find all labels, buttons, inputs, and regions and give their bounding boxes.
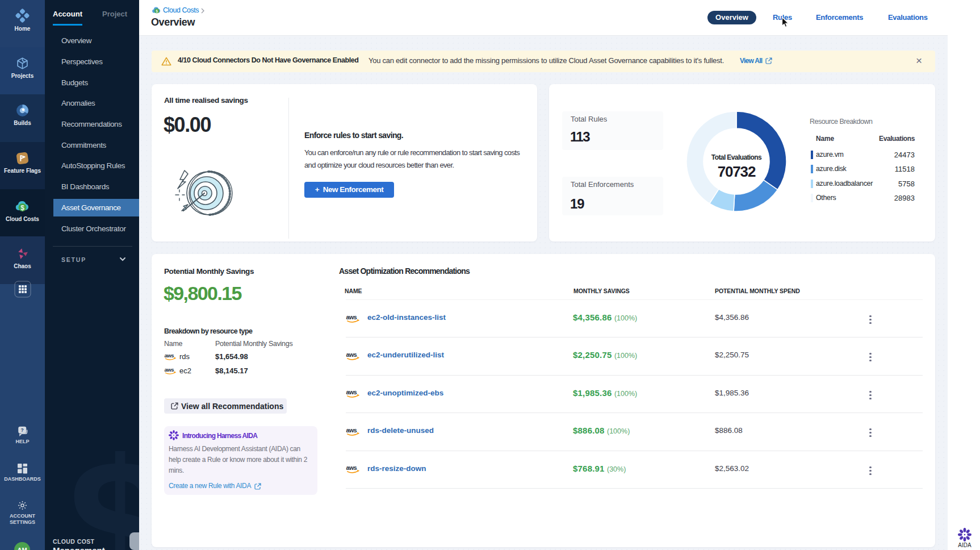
- svg-text:?: ?: [20, 427, 23, 433]
- svg-text:aws: aws: [346, 389, 357, 395]
- svg-text:aws: aws: [165, 352, 174, 359]
- svg-text:aws: aws: [346, 314, 357, 320]
- svg-text:$: $: [20, 204, 24, 212]
- svg-text:aws: aws: [346, 464, 357, 471]
- svg-text:aws: aws: [346, 351, 357, 358]
- svg-text:aws: aws: [346, 427, 357, 434]
- svg-text:$: $: [156, 9, 158, 14]
- svg-text:aws: aws: [165, 366, 174, 373]
